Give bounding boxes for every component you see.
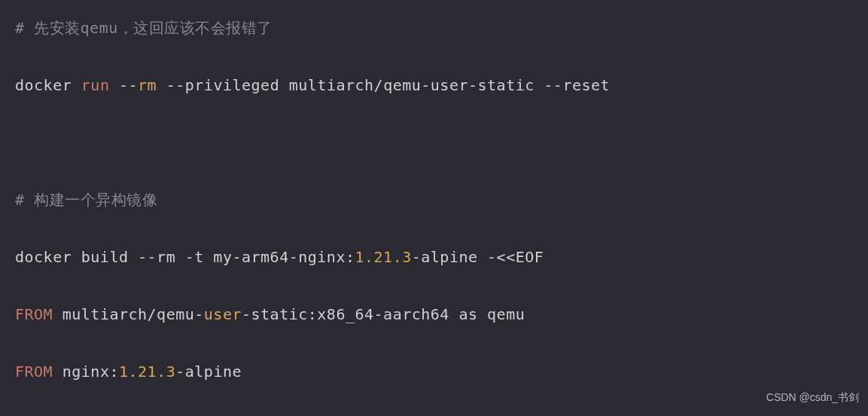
text: -static:x86_64-aarch64 as qemu (242, 305, 525, 323)
code-block: # 先安装qemu，这回应该不会报错了 docker run --rm --pr… (15, 14, 853, 416)
highlight-user: user (204, 305, 242, 323)
text: --privileged multiarch/qemu-user-static … (157, 76, 610, 94)
keyword-from: FROM (15, 362, 53, 381)
code-line-7: FROM nginx:1.21.3-alpine (15, 357, 853, 386)
code-line-1: # 先安装qemu，这回应该不会报错了 (15, 14, 853, 42)
text: -- (109, 76, 138, 94)
text: multiarch/qemu- (53, 305, 204, 323)
version: 1.21.3 (119, 362, 175, 381)
keyword-run: run (81, 76, 110, 94)
comment-text: # 构建一个异构镜像 (15, 191, 157, 209)
keyword-from: FROM (15, 305, 53, 323)
watermark-text: CSDN @csdn_书剑 (766, 383, 859, 411)
version: 1.21.3 (355, 248, 411, 266)
code-line-5: docker build --rm -t my-arm64-nginx:1.21… (15, 243, 853, 271)
text: docker build --rm -t my-arm64-nginx: (15, 248, 355, 266)
text: nginx: (53, 362, 119, 381)
flag-rm: rm (138, 76, 157, 94)
text: docker (15, 76, 81, 94)
code-line-4: # 构建一个异构镜像 (15, 185, 853, 214)
text: -alpine (175, 362, 242, 381)
code-line-3 (15, 128, 853, 157)
blank (15, 133, 25, 151)
code-line-2: docker run --rm --privileged multiarch/q… (15, 71, 853, 99)
text: -alpine -<<EOF (412, 248, 544, 266)
comment-text: # 先安装qemu，这回应该不会报错了 (15, 19, 273, 37)
code-line-6: FROM multiarch/qemu-user-static:x86_64-a… (15, 300, 853, 329)
